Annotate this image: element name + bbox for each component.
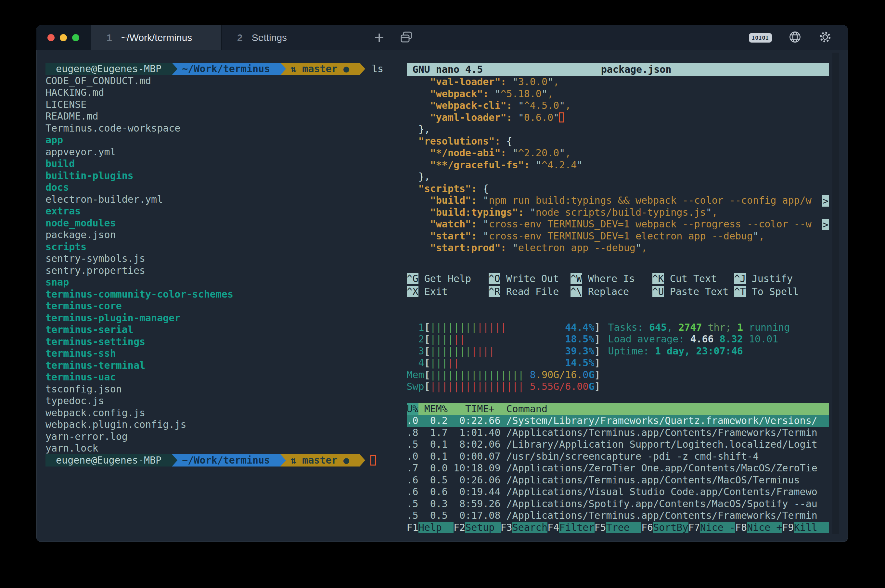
tab-work-terminus[interactable]: 1 ~/Work/terminus: [91, 26, 221, 50]
token-t: [407, 230, 430, 242]
token-tealb: 1 day, 23:07:46: [655, 345, 743, 357]
shell-prompt-top: eugene@Eugenes-MBP ~/Work/terminus ⇅ mas…: [45, 63, 407, 75]
token-k: "build":: [430, 195, 483, 206]
token-v: cross-env TERMINUS_DEV=1 electron app --…: [489, 230, 753, 242]
nano-line: "webpack": "^5.18.0",: [407, 88, 830, 100]
token-v: npm run build:typings && webpack --color…: [489, 195, 811, 206]
nano-shortcut-replace: ^\ Replace: [570, 286, 652, 299]
shortcut-key: ^T: [734, 286, 746, 297]
file-entry: Terminus.code-workspace: [45, 123, 407, 135]
htop-function-keys: F1Help F2Setup F3SearchF4FilterF5Tree F6…: [407, 522, 830, 534]
fkey-sortby[interactable]: F6SortBy: [641, 522, 688, 534]
nano-editor: "val-loader": "3.0.0", "webpack": "^5.18…: [407, 76, 830, 254]
directory-entry: builtin-plugins: [45, 170, 407, 182]
token-teal: Uptime:: [608, 345, 655, 357]
settings-gear-icon[interactable]: [818, 30, 832, 45]
token-teal: 10.01: [749, 333, 778, 345]
process-row[interactable]: .5 0.3 8:59.26 /Applications/Spotify.app…: [407, 498, 830, 510]
process-row[interactable]: .6 0.6 0:19.44 /Applications/Visual Stud…: [407, 486, 830, 498]
token-teal: ,: [667, 322, 678, 333]
fkey-help[interactable]: F1Help: [407, 522, 454, 534]
scrollbar-track[interactable]: [832, 52, 839, 534]
fkey-nice-+[interactable]: F8Nice +: [735, 522, 782, 534]
token-v: 0.6.0: [524, 112, 553, 123]
token-greenb: 1: [737, 322, 743, 333]
ls-output: CODE_OF_CONDUCT.mdHACKING.mdLICENSEREADM…: [45, 75, 407, 454]
directory-entry: snap: [45, 276, 407, 288]
token-t: [407, 171, 418, 182]
fkey-number: F4: [548, 522, 559, 533]
new-tab-button[interactable]: +: [374, 31, 384, 44]
token-v: ,: [565, 100, 571, 111]
tabbar-spacer: [413, 26, 748, 50]
shortcut-key: ^U: [652, 286, 664, 297]
close-button[interactable]: [47, 34, 55, 41]
meter-bars: |||||: [477, 322, 506, 334]
tab-settings[interactable]: 2 Settings: [221, 26, 366, 50]
zoom-button[interactable]: [72, 34, 79, 41]
token-q: ": [753, 230, 759, 242]
minimize-button[interactable]: [60, 34, 67, 41]
nano-titlebar: GNU nano 4.5 package.json: [407, 63, 830, 76]
table-columns-header: MEM% TIME+ Command: [418, 403, 829, 415]
token-whiteb: 4.66: [690, 333, 719, 345]
process-row[interactable]: .6 0.5 0:26.06 /Applications/Terminus.ap…: [407, 474, 830, 486]
shell-prompt-bottom: eugene@Eugenes-MBP ~/Work/terminus ⇅ mas…: [45, 454, 407, 466]
token-t: [407, 207, 430, 218]
memory-meter: Mem[||||||||||||||||8.90G/16.0G]: [407, 369, 830, 381]
token-thr: thr;: [702, 322, 737, 333]
file-entry: README.md: [45, 111, 407, 123]
fkey-kill[interactable]: F9Kill: [782, 522, 830, 534]
nano-line: "**/graceful-fs": "^4.2.4": [407, 159, 830, 171]
token-k: "scripts":: [418, 183, 483, 194]
shortcut-key: ^R: [489, 286, 500, 297]
fkey-number: F1: [407, 522, 418, 533]
token-k: "watch":: [430, 218, 483, 230]
nano-line: "val-loader": "3.0.0",: [407, 76, 830, 88]
nano-line: "build:typings": "node scripts/build-typ…: [407, 207, 830, 219]
tab-number: 2: [237, 32, 243, 43]
traffic-lights: [36, 26, 91, 50]
nano-shortcut-bar: ^G Get Help^O Write Out^W Where Is^K Cut…: [407, 273, 830, 299]
nano-shortcut-exit: ^X Exit: [407, 286, 489, 299]
powerline-arrow: [360, 63, 365, 75]
globe-icon[interactable]: [788, 30, 802, 45]
fkey-label: Nice -: [700, 522, 735, 533]
fkey-setup[interactable]: F2Setup: [453, 522, 501, 534]
nano-shortcut-justify: ^J Justify: [734, 273, 816, 286]
tab-title: ~/Work/terminus: [121, 32, 192, 43]
token-k: "**/graceful-fs":: [430, 159, 536, 171]
terminal-pane-right[interactable]: GNU nano 4.5 package.json "val-loader": …: [407, 50, 848, 542]
token-pct: 18.5%: [565, 333, 594, 345]
token-redv: 5.55G/6.00: [530, 381, 589, 393]
process-row[interactable]: .5 0.1 8:02.06 /Library/Application Supp…: [407, 439, 830, 451]
token-v: ^4.2.4: [542, 159, 577, 171]
powerline-arrow: [172, 63, 177, 75]
split-tabs-icon[interactable]: [399, 30, 413, 45]
fkey-filter[interactable]: F4Filter: [548, 522, 594, 534]
directory-entry: terminus-serial: [45, 324, 407, 336]
cpu-meter-4: 4[|||||14.5%]: [407, 357, 830, 369]
process-row-selected[interactable]: .0 0.2 0:22.66 /System/Library/Framework…: [407, 415, 830, 427]
serial-ports-icon[interactable]: IOIOI: [749, 33, 772, 42]
sort-column-header[interactable]: U%: [407, 403, 418, 415]
nano-shortcut-to-spell: ^T To Spell: [734, 286, 816, 299]
process-table-header[interactable]: U% MEM% TIME+ Command: [407, 403, 830, 415]
fkey-tree[interactable]: F5Tree: [594, 522, 642, 534]
process-row[interactable]: .7 0.0 10:18.09 /Applications/ZeroTier O…: [407, 462, 830, 474]
terminal-pane-left[interactable]: eugene@Eugenes-MBP ~/Work/terminus ⇅ mas…: [36, 50, 407, 542]
process-row[interactable]: .8 1.7 1:01.40 /Applications/Terminus.ap…: [407, 427, 830, 439]
fkey-nice--[interactable]: F7Nice -: [688, 522, 735, 534]
process-row[interactable]: .5 0.5 0:17.08 /Applications/Terminus.ap…: [407, 510, 830, 522]
meter-label: 3: [407, 345, 424, 357]
token-v: ,: [553, 76, 559, 87]
file-entry: yarn.lock: [45, 442, 407, 454]
fkey-search[interactable]: F3Search: [501, 522, 548, 534]
shortcut-key: ^G: [407, 273, 418, 284]
powerline-arrow: [280, 454, 286, 466]
meter-bars: |||||||: [430, 345, 471, 357]
process-row[interactable]: .0 0.1 0:00.07 /usr/sbin/screencapture -…: [407, 451, 830, 463]
meter-bars: ||||||||||||||||: [430, 369, 524, 381]
shortcut-key: ^O: [489, 273, 500, 284]
token-v: ,: [565, 147, 571, 159]
